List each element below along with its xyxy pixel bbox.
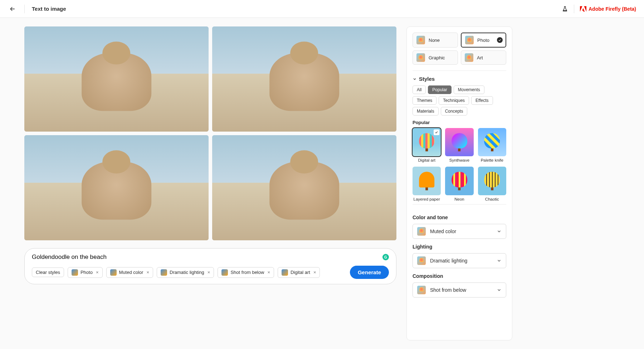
page-title: Text to image	[32, 6, 66, 12]
generated-image[interactable]	[24, 26, 209, 132]
generated-image[interactable]	[212, 135, 396, 240]
style-chip[interactable]: Shot from below×	[218, 267, 274, 278]
app-header: Text to image Adobe Firefly (Beta)	[0, 0, 644, 18]
generate-button[interactable]: Generate	[350, 266, 389, 279]
divider	[24, 5, 25, 13]
check-icon	[497, 37, 503, 43]
style-thumb	[445, 128, 473, 156]
chevron-down-icon	[497, 229, 502, 234]
composition-label: Composition	[413, 273, 506, 279]
balloon-icon	[110, 269, 117, 276]
balloon-icon	[465, 36, 474, 44]
content-type-graphic[interactable]: Graphic	[413, 50, 458, 65]
lighting-label: Lighting	[413, 244, 506, 250]
style-thumb	[478, 128, 506, 156]
divider	[574, 5, 574, 13]
style-thumb	[413, 128, 441, 156]
close-icon[interactable]: ×	[208, 270, 210, 275]
color-tone-label: Color and tone	[413, 215, 506, 220]
brand-link[interactable]: Adobe Firefly (Beta)	[580, 6, 636, 12]
close-icon[interactable]: ×	[96, 270, 99, 275]
popular-label: Popular	[413, 120, 506, 125]
prompt-box: G Clear styles Photo×Muted color×Dramati…	[24, 248, 396, 284]
chevron-down-icon	[413, 77, 417, 81]
style-chip[interactable]: Photo×	[68, 267, 103, 278]
style-option[interactable]: Layered paper	[413, 167, 441, 201]
style-option[interactable]: Synthwave	[445, 128, 473, 162]
generated-image[interactable]	[24, 135, 209, 240]
main-content: G Clear styles Photo×Muted color×Dramati…	[0, 18, 644, 349]
style-tab-themes[interactable]: Themes	[413, 96, 436, 105]
color-tone-select[interactable]: Muted color	[413, 224, 506, 239]
balloon-icon	[417, 256, 426, 265]
prompt-input[interactable]	[32, 254, 382, 261]
style-option[interactable]: Chaotic	[478, 167, 506, 201]
back-button[interactable]	[8, 4, 17, 14]
style-option[interactable]: Neon	[445, 167, 473, 201]
clear-styles-button[interactable]: Clear styles	[32, 267, 64, 277]
close-icon[interactable]: ×	[267, 270, 270, 275]
style-chip[interactable]: Digital art×	[278, 267, 320, 278]
settings-panel: NonePhotoGraphicArt Styles AllPopularMov…	[406, 26, 512, 340]
style-option[interactable]: Palette knife	[478, 128, 506, 162]
style-option[interactable]: Digital art	[413, 128, 441, 162]
balloon-icon	[282, 269, 288, 276]
popular-styles-grid: Digital artSynthwavePalette knifeLayered…	[413, 128, 506, 201]
check-icon	[434, 129, 439, 135]
style-tab-all[interactable]: All	[413, 85, 426, 94]
close-icon[interactable]: ×	[146, 270, 149, 275]
style-chip[interactable]: Dramatic lighting×	[157, 267, 214, 278]
style-tabs: AllPopularMovementsThemesTechniquesEffec…	[413, 85, 506, 115]
composition-select[interactable]: Shot from below	[413, 282, 506, 298]
style-tab-techniques[interactable]: Techniques	[439, 96, 469, 105]
style-tab-popular[interactable]: Popular	[428, 85, 451, 94]
arrow-left-icon	[9, 5, 16, 13]
style-tab-movements[interactable]: Movements	[454, 85, 484, 94]
style-thumb	[478, 167, 506, 195]
styles-section-toggle[interactable]: Styles	[413, 76, 506, 82]
chevron-down-icon	[497, 287, 502, 293]
balloon-icon	[161, 269, 167, 276]
adobe-logo-icon	[580, 6, 586, 12]
balloon-icon	[417, 286, 426, 294]
balloon-icon	[416, 53, 425, 62]
beaker-icon[interactable]	[562, 6, 568, 12]
lighting-select[interactable]: Dramatic lighting	[413, 253, 506, 268]
content-type-art[interactable]: Art	[461, 50, 506, 65]
results-grid	[24, 26, 396, 240]
applied-styles-row: Clear styles Photo×Muted color×Dramatic …	[32, 266, 389, 279]
style-tab-effects[interactable]: Effects	[471, 96, 493, 105]
balloon-icon	[417, 227, 426, 236]
style-thumb	[445, 167, 473, 195]
style-tab-concepts[interactable]: Concepts	[441, 107, 468, 115]
style-tab-materials[interactable]: Materials	[413, 107, 439, 115]
brand-text: Adobe Firefly (Beta)	[589, 6, 636, 12]
close-icon[interactable]: ×	[313, 270, 316, 275]
balloon-icon	[72, 269, 78, 276]
balloon-icon	[221, 269, 228, 276]
content-type-none[interactable]: None	[413, 33, 458, 48]
style-thumb	[413, 167, 441, 195]
generated-image[interactable]	[212, 26, 396, 132]
style-chip[interactable]: Muted color×	[106, 267, 153, 278]
content-type-grid: NonePhotoGraphicArt	[413, 33, 506, 65]
chevron-down-icon	[497, 258, 502, 263]
grammarly-icon[interactable]: G	[382, 254, 389, 260]
balloon-icon	[416, 36, 425, 44]
content-type-photo[interactable]: Photo	[461, 33, 506, 48]
balloon-icon	[465, 53, 473, 62]
